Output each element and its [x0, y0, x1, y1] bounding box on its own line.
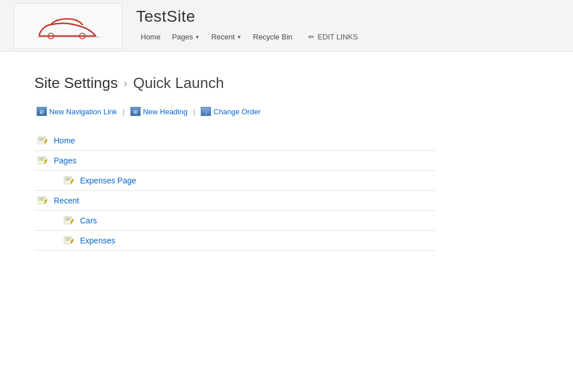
page-edit-icon-recent — [37, 195, 48, 206]
page-edit-icon-pages — [37, 155, 48, 166]
nav-item-home[interactable]: Home — [136, 30, 165, 43]
logo-area — [14, 3, 122, 49]
breadcrumb-parent[interactable]: Site Settings — [34, 74, 118, 92]
list-item: Home — [34, 131, 435, 151]
new-navigation-link-button[interactable]: ⊞ New Navigation Link — [34, 106, 120, 117]
nav-item-home-label[interactable]: Home — [54, 136, 75, 145]
site-info: TestSite Home Pages ▼ Recent ▼ Recycle B… — [136, 7, 358, 43]
page-breadcrumb: Site Settings › Quick Launch — [34, 74, 539, 92]
nav-item-expenses-page-label[interactable]: Expenses Page — [80, 176, 136, 185]
logo-svg — [22, 9, 114, 43]
list-item: Pages — [34, 151, 435, 171]
list-item: Expenses Page — [34, 171, 435, 191]
pencil-icon: ✏ — [308, 33, 315, 41]
site-logo — [14, 3, 122, 49]
new-heading-icon: ⊞ — [130, 107, 141, 116]
page-edit-icon-expenses — [63, 235, 74, 246]
list-item: Recent — [34, 191, 435, 211]
site-title: TestSite — [136, 7, 358, 26]
pages-dropdown-arrow: ▼ — [195, 34, 200, 40]
nav-item-recent-label[interactable]: Recent — [54, 196, 79, 205]
page-edit-icon-expenses-page — [63, 175, 74, 186]
recent-dropdown-arrow: ▼ — [237, 34, 242, 40]
page-edit-icon-cars — [63, 215, 74, 226]
change-order-button[interactable]: ↕ Change Order — [198, 106, 262, 117]
edit-links-button[interactable]: ✏ EDIT LINKS — [308, 33, 358, 41]
breadcrumb-current: Quick Launch — [133, 74, 224, 92]
site-header: TestSite Home Pages ▼ Recent ▼ Recycle B… — [0, 0, 573, 51]
svg-rect-0 — [22, 9, 114, 43]
separator-2: | — [193, 107, 195, 116]
top-nav: Home Pages ▼ Recent ▼ Recycle Bin ✏ EDIT… — [136, 30, 358, 43]
new-nav-link-icon: ⊞ — [37, 107, 47, 116]
nav-item-recent[interactable]: Recent ▼ — [206, 30, 246, 43]
content-area: Site Settings › Quick Launch ⊞ New Navig… — [0, 51, 573, 274]
nav-item-expenses-label[interactable]: Expenses — [80, 236, 115, 245]
list-item: Expenses — [34, 231, 435, 251]
new-heading-button[interactable]: ⊞ New Heading — [128, 106, 190, 117]
nav-item-pages-label[interactable]: Pages — [54, 156, 77, 165]
action-links: ⊞ New Navigation Link | ⊞ New Heading | … — [34, 106, 539, 117]
nav-item-pages[interactable]: Pages ▼ — [168, 30, 205, 43]
nav-item-recycle-bin[interactable]: Recycle Bin — [249, 30, 297, 43]
separator-1: | — [123, 107, 125, 116]
list-item: Cars — [34, 211, 435, 231]
breadcrumb-separator: › — [124, 77, 128, 90]
nav-item-cars-label[interactable]: Cars — [80, 216, 97, 225]
page-edit-icon-home — [37, 135, 48, 146]
nav-list: Home Pages — [34, 131, 435, 251]
change-order-icon: ↕ — [201, 107, 211, 116]
